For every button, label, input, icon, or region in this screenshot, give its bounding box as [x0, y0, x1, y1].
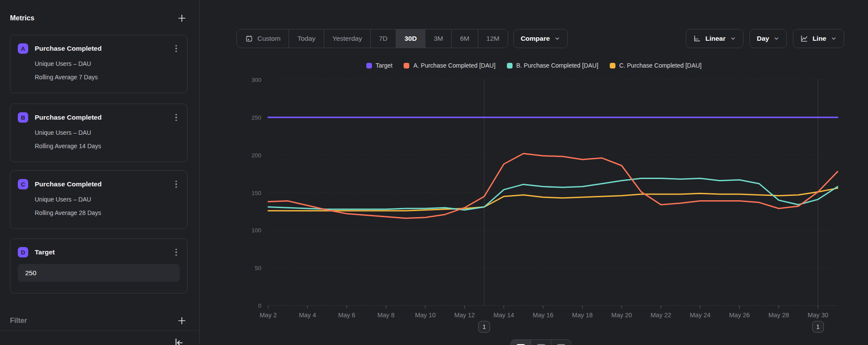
metric-title: Purchase Completed — [35, 45, 173, 52]
metric-card-a[interactable]: A Purchase Completed Unique Users – DAU … — [10, 35, 187, 93]
range-12m[interactable]: 12M — [478, 29, 508, 48]
range-7d[interactable]: 7D — [371, 29, 396, 48]
filter-title: Filter — [10, 317, 27, 325]
target-card[interactable]: D Target — [10, 238, 187, 293]
x-axis-label: May 20 — [612, 312, 632, 319]
metric-measure: Unique Users – DAU — [35, 60, 180, 67]
x-axis-label: May 28 — [768, 312, 789, 319]
chevron-down-icon — [554, 36, 560, 42]
x-axis-label: May 18 — [572, 312, 593, 319]
range-custom[interactable]: Custom — [237, 29, 289, 48]
chart-toolbar: Custom Today Yesterday 7D 30D 3M 6M 12M … — [237, 29, 844, 49]
metric-measure: Unique Users – DAU — [35, 129, 180, 136]
x-axis-label: May 22 — [651, 312, 671, 319]
line-chart-icon — [800, 35, 808, 42]
metric-badge-c: C — [18, 179, 28, 189]
y-axis-label: 300 — [251, 77, 261, 83]
sidebar-divider — [0, 330, 199, 331]
annotation-badge-label: 1 — [816, 323, 820, 330]
chevron-down-icon — [773, 36, 779, 42]
filter-header: Filter — [10, 316, 187, 326]
scale-button[interactable]: Linear — [686, 29, 743, 48]
range-today[interactable]: Today — [289, 29, 324, 48]
x-axis-label: May 2 — [260, 312, 277, 319]
metric-badge-a: A — [18, 43, 28, 54]
target-title: Target — [35, 248, 173, 256]
series-line-a[interactable] — [268, 153, 838, 218]
x-axis-label: May 10 — [415, 312, 436, 319]
chart-canvas[interactable]: 050100150200250300May 2May 4May 6May 8Ma… — [200, 56, 868, 345]
date-range-group: Custom Today Yesterday 7D 30D 3M 6M 12M — [237, 29, 508, 48]
annotation-badge-label: 1 — [483, 323, 486, 330]
combined-panel-icon — [556, 343, 566, 345]
metric-badge-d: D — [18, 247, 28, 257]
calendar-icon — [245, 35, 253, 42]
target-value-input[interactable] — [18, 264, 180, 282]
table-panel-icon — [536, 343, 546, 345]
metric-rolling: Rolling Average 28 Days — [35, 209, 180, 216]
range-30d[interactable]: 30D — [396, 29, 425, 48]
view-toggle-group — [510, 339, 572, 345]
compare-button[interactable]: Compare — [513, 29, 568, 48]
y-axis-label: 0 — [258, 303, 261, 309]
metric-title: Purchase Completed — [35, 180, 173, 188]
kebab-menu-icon[interactable] — [173, 43, 180, 54]
x-axis-label: May 8 — [378, 312, 395, 319]
chevron-down-icon — [730, 36, 736, 42]
metric-rolling: Rolling Average 14 Days — [35, 143, 180, 150]
view-both-button[interactable] — [551, 340, 571, 345]
kebab-menu-icon[interactable] — [173, 112, 180, 123]
y-axis-label: 250 — [251, 114, 261, 121]
x-axis-label: May 24 — [690, 312, 711, 319]
y-axis-label: 50 — [255, 265, 261, 271]
x-axis-label: May 26 — [729, 312, 750, 319]
range-6m[interactable]: 6M — [452, 29, 478, 48]
chart-type-button[interactable]: Line — [793, 29, 844, 48]
y-axis-label: 200 — [251, 152, 261, 159]
collapse-sidebar-icon[interactable] — [173, 337, 184, 345]
metric-title: Purchase Completed — [35, 114, 173, 121]
x-axis-label: May 30 — [808, 312, 829, 319]
x-axis-label: May 16 — [533, 312, 554, 319]
series-line-c[interactable] — [268, 188, 838, 211]
metrics-title: Metrics — [10, 14, 34, 22]
chart-panel-icon — [516, 343, 526, 345]
linear-scale-icon — [693, 35, 701, 42]
x-axis-label: May 14 — [493, 312, 514, 319]
metrics-sidebar: Metrics A Purchase Completed Unique User… — [0, 0, 200, 345]
range-3m[interactable]: 3M — [425, 29, 452, 48]
view-table-button[interactable] — [531, 340, 552, 345]
range-yesterday[interactable]: Yesterday — [324, 29, 371, 48]
kebab-menu-icon[interactable] — [173, 247, 180, 257]
x-axis-label: May 6 — [338, 312, 355, 319]
add-metric-icon[interactable] — [177, 13, 187, 23]
metric-badge-b: B — [18, 112, 28, 123]
kebab-menu-icon[interactable] — [173, 179, 180, 189]
add-filter-icon[interactable] — [177, 316, 187, 326]
metric-card-b[interactable]: B Purchase Completed Unique Users – DAU … — [10, 104, 187, 162]
interval-button[interactable]: Day — [750, 29, 787, 48]
metrics-header: Metrics — [10, 13, 187, 23]
view-chart-button[interactable] — [511, 340, 531, 345]
metric-measure: Unique Users – DAU — [35, 196, 180, 203]
x-axis-label: May 4 — [299, 312, 316, 319]
metric-card-c[interactable]: C Purchase Completed Unique Users – DAU … — [10, 170, 187, 229]
y-axis-label: 100 — [251, 227, 261, 234]
metric-rolling: Rolling Average 7 Days — [35, 74, 180, 81]
y-axis-label: 150 — [251, 190, 261, 196]
x-axis-label: May 12 — [454, 312, 475, 319]
line-chart[interactable]: 050100150200250300May 2May 4May 6May 8Ma… — [200, 56, 868, 345]
chevron-down-icon — [831, 36, 837, 42]
